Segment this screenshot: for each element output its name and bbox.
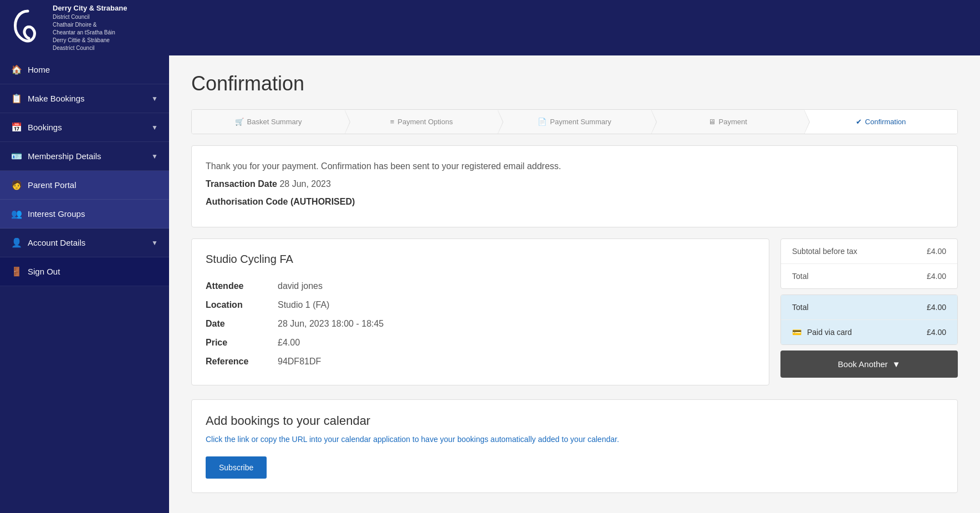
content-area: Confirmation 🛒 Basket Summary ≡ Payment … xyxy=(169,55,980,513)
subscribe-button[interactable]: Subscribe xyxy=(206,456,267,479)
basket-icon: 🛒 xyxy=(235,118,244,126)
total-label: Total xyxy=(792,272,809,281)
total-highlight-label: Total xyxy=(792,303,809,312)
account-icon: 👤 xyxy=(11,237,22,248)
sidebar-item-membership-label: Membership Details xyxy=(28,151,101,161)
booking-field-row: Price £4.00 xyxy=(206,333,755,352)
subscribe-label: Subscribe xyxy=(219,463,253,472)
booking-field-row: Reference 94DF81DF xyxy=(206,352,755,371)
chevron-down-icon: ▼ xyxy=(151,124,158,131)
membership-icon: 🪪 xyxy=(11,151,22,161)
calendar-section: Add bookings to your calendar Click the … xyxy=(191,399,958,493)
steps-bar: 🛒 Basket Summary ≡ Payment Options 📄 Pay… xyxy=(191,109,958,134)
booking-field-label: Location xyxy=(206,296,278,314)
step-payment-summary-label: Payment Summary xyxy=(550,118,611,126)
total-row: Total £4.00 xyxy=(781,264,957,288)
booking-field-value: 94DF81DF xyxy=(278,352,755,371)
sidebar-item-bookings-label: Bookings xyxy=(28,123,62,132)
step-payment-label: Payment xyxy=(719,118,747,126)
booking-field-value: £4.00 xyxy=(278,333,755,352)
org-name: Derry City & Strabane xyxy=(53,3,127,13)
org-sub3: Cheantar an tSratha Báin xyxy=(53,29,127,37)
chevron-down-icon: ▼ xyxy=(151,95,158,103)
transaction-date-display: 28 Jun, 2023 xyxy=(279,179,331,189)
check-icon: ✔ xyxy=(856,118,862,126)
logo-text: Derry City & Strabane District Council C… xyxy=(53,3,127,52)
step-payment-summary[interactable]: 📄 Payment Summary xyxy=(498,110,651,134)
booking-field-value: david jones xyxy=(278,277,755,296)
sidebar-item-interest-label: Interest Groups xyxy=(28,209,85,219)
total-highlight-row: Total £4.00 xyxy=(781,295,957,320)
payment-highlight-card: Total £4.00 💳 Paid via card £4.00 xyxy=(780,294,958,345)
paid-via-card-value: £4.00 xyxy=(927,328,946,337)
step-confirmation[interactable]: ✔ Confirmation xyxy=(804,110,957,134)
confirmation-message: Thank you for your payment. Confirmation… xyxy=(206,160,943,173)
org-sub5: Deastrict Council xyxy=(53,44,127,52)
auth-code: Authorisation Code (AUTHORISED) xyxy=(206,195,943,209)
sidebar-item-parent-label: Parent Portal xyxy=(28,180,76,190)
auth-code-label: Authorisation Code (AUTHORISED) xyxy=(206,197,355,206)
subtotal-row: Subtotal before tax £4.00 xyxy=(781,239,957,264)
top-header: Derry City & Strabane District Council C… xyxy=(0,0,980,55)
payment-subtotals-card: Subtotal before tax £4.00 Total £4.00 xyxy=(780,238,958,289)
booking-row: Studio Cycling FA Attendee david jones L… xyxy=(191,238,958,385)
groups-icon: 👥 xyxy=(11,209,22,219)
booking-field-label: Price xyxy=(206,333,278,352)
logo-area: Derry City & Strabane District Council C… xyxy=(11,3,127,52)
paid-via-card-label: 💳 Paid via card xyxy=(792,328,852,337)
step-basket-summary[interactable]: 🛒 Basket Summary xyxy=(192,110,345,134)
transaction-date-label: Transaction Date xyxy=(206,179,277,189)
confirmation-box: Thank you for your payment. Confirmation… xyxy=(191,145,958,227)
page-title: Confirmation xyxy=(191,72,958,95)
sidebar-item-make-bookings-label: Make Bookings xyxy=(28,94,85,103)
sidebar-item-membership-details[interactable]: 🪪 Membership Details ▼ xyxy=(0,142,169,171)
book-another-label: Book Another xyxy=(838,359,888,369)
booking-field-row: Attendee david jones xyxy=(206,277,755,296)
sidebar-item-make-bookings[interactable]: 📋 Make Bookings ▼ xyxy=(0,84,169,113)
transaction-date: Transaction Date 28 Jun, 2023 xyxy=(206,177,943,191)
booking-title: Studio Cycling FA xyxy=(206,253,755,266)
subtotal-value: £4.00 xyxy=(927,247,946,256)
payment-icon: 🖥 xyxy=(708,118,716,126)
parent-icon: 🧑 xyxy=(11,180,22,190)
main-layout: 🏠 Home 📋 Make Bookings ▼ 📅 Bookings ▼ 🪪 … xyxy=(0,55,980,513)
payment-summary-icon: 📄 xyxy=(538,118,547,126)
sidebar-item-home[interactable]: 🏠 Home xyxy=(0,55,169,84)
step-payment[interactable]: 🖥 Payment xyxy=(651,110,804,134)
org-sub2: Chathair Dhoire & xyxy=(53,21,127,29)
sidebar-item-account-label: Account Details xyxy=(28,238,85,247)
signout-icon: 🚪 xyxy=(11,266,22,277)
booking-detail-card: Studio Cycling FA Attendee david jones L… xyxy=(191,238,769,385)
chevron-down-icon: ▼ xyxy=(151,239,158,247)
booking-fields: Attendee david jones Location Studio 1 (… xyxy=(206,277,755,371)
booking-field-row: Location Studio 1 (FA) xyxy=(206,296,755,314)
sidebar-item-bookings[interactable]: 📅 Bookings ▼ xyxy=(0,113,169,142)
payment-summary-panel: Subtotal before tax £4.00 Total £4.00 To… xyxy=(780,238,958,385)
step-confirmation-label: Confirmation xyxy=(865,118,906,126)
booking-field-label: Attendee xyxy=(206,277,278,296)
payment-options-icon: ≡ xyxy=(390,118,395,126)
bookings-icon: 📋 xyxy=(11,93,22,104)
step-payment-options-label: Payment Options xyxy=(397,118,453,126)
card-icon: 💳 xyxy=(792,328,802,337)
chevron-down-icon: ▼ xyxy=(151,153,158,160)
home-icon: 🏠 xyxy=(11,64,22,75)
book-another-button[interactable]: Book Another ▼ xyxy=(780,351,958,378)
sidebar-item-interest-groups[interactable]: 👥 Interest Groups xyxy=(0,200,169,228)
logo-icon xyxy=(11,8,44,47)
booking-field-value: Studio 1 (FA) xyxy=(278,296,755,314)
subtotal-label: Subtotal before tax xyxy=(792,247,858,256)
step-payment-options[interactable]: ≡ Payment Options xyxy=(345,110,498,134)
calendar-title: Add bookings to your calendar xyxy=(206,414,943,428)
sidebar-item-account-details[interactable]: 👤 Account Details ▼ xyxy=(0,228,169,257)
step-basket-label: Basket Summary xyxy=(247,118,302,126)
sidebar-item-sign-out[interactable]: 🚪 Sign Out xyxy=(0,257,169,286)
org-sub1: District Council xyxy=(53,13,127,21)
calendar-icon: 📅 xyxy=(11,122,22,133)
dropdown-arrow-icon: ▼ xyxy=(892,359,901,369)
sidebar-item-parent-portal[interactable]: 🧑 Parent Portal xyxy=(0,171,169,200)
sidebar: 🏠 Home 📋 Make Bookings ▼ 📅 Bookings ▼ 🪪 … xyxy=(0,55,169,513)
total-value: £4.00 xyxy=(927,272,946,281)
paid-via-card-row: 💳 Paid via card £4.00 xyxy=(781,320,957,344)
booking-field-label: Reference xyxy=(206,352,278,371)
